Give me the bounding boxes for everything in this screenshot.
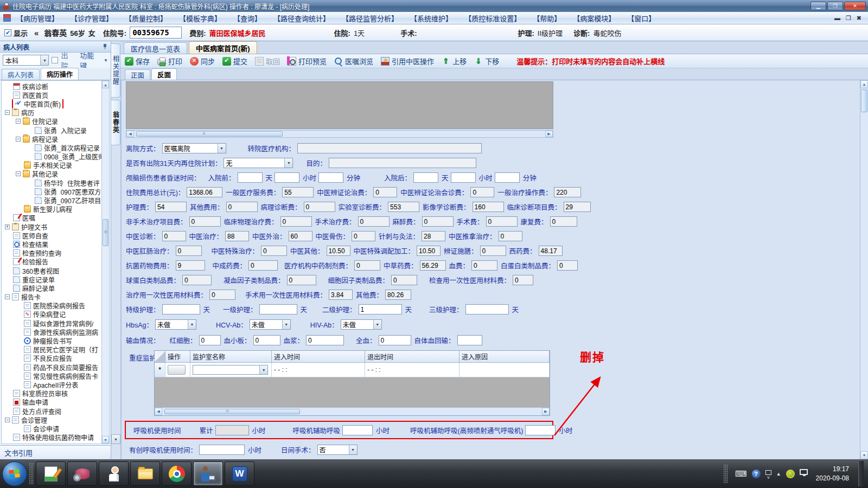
day-surgery-select[interactable]: 否 ▼: [317, 445, 358, 455]
close-button[interactable]: ✕: [844, 2, 866, 10]
menu-item[interactable]: 【窗口】: [627, 13, 655, 23]
field-input[interactable]: [457, 335, 482, 345]
network-icon[interactable]: [800, 468, 808, 477]
menu-item[interactable]: 【路径监管分析】: [342, 13, 398, 23]
tree-item[interactable]: 中医首页(新): [2, 99, 101, 108]
scroll-left-icon[interactable]: ◀: [126, 131, 134, 137]
field-input[interactable]: 0: [557, 260, 578, 271]
field-input[interactable]: 0: [470, 187, 494, 197]
field-input[interactable]: 0: [513, 275, 533, 285]
field-input[interactable]: 0: [287, 275, 316, 285]
tree-item[interactable]: 新生婴儿病程: [2, 205, 101, 214]
field-input[interactable]: [297, 143, 482, 153]
mdi-close-button[interactable]: ✖: [857, 15, 861, 22]
field-input[interactable]: 220: [554, 187, 581, 197]
scrollbar-thumb[interactable]: [164, 409, 300, 414]
toolbar-button-orders-browse[interactable]: 医嘱浏览: [334, 56, 373, 66]
toolbar-button-save[interactable]: 保存: [125, 56, 150, 66]
field-input[interactable]: [318, 172, 343, 183]
tree-item[interactable]: 输血申请: [2, 398, 101, 407]
keyboard-icon[interactable]: ⌨: [735, 469, 747, 479]
expand-box-icon[interactable]: +: [5, 224, 10, 229]
tree-item[interactable]: 张勇_0907医患双方: [2, 187, 101, 196]
tree-item[interactable]: 处方点评查阅: [2, 407, 101, 415]
field-input[interactable]: 0: [199, 335, 221, 345]
show-hidden-icons[interactable]: ▲: [776, 471, 781, 477]
chevron-down-icon[interactable]: ▼: [349, 445, 357, 454]
icu-name-select[interactable]: ▼: [193, 365, 268, 375]
page-tab[interactable]: 反面: [151, 68, 177, 80]
collapse-panel-icon[interactable]: «: [34, 28, 39, 37]
related-reminder-vtab[interactable]: 相关提醒: [111, 43, 120, 98]
taskbar-button-doctor-station-app[interactable]: [193, 461, 223, 486]
menu-item[interactable]: 【质控标准设置】: [464, 13, 521, 23]
tray-clock[interactable]: 19:17 2020-09-08: [816, 465, 849, 482]
field-input[interactable]: 0: [306, 335, 344, 345]
tree-item[interactable]: 医嘱: [2, 214, 101, 222]
toolbar-button-print-preview[interactable]: 打印预览: [288, 56, 327, 66]
tree-item[interactable]: −住院记录: [2, 117, 101, 126]
upper-hscrollbar[interactable]: ◀ ▶: [126, 130, 553, 138]
chevron-down-icon[interactable]: ▼: [218, 144, 226, 153]
field-input[interactable]: 0: [499, 231, 522, 241]
field-input[interactable]: [259, 304, 297, 314]
tree-item[interactable]: 检验报告: [2, 258, 101, 266]
collapse-box-icon[interactable]: −: [5, 418, 10, 422]
content-vscrollbar[interactable]: ▲ ▼: [860, 80, 868, 459]
icu-op-button[interactable]: [168, 365, 186, 375]
chevron-down-icon[interactable]: ▼: [373, 320, 381, 329]
tree-item[interactable]: 0908_张勇_上级医师: [2, 152, 101, 161]
help-icon[interactable]: ?: [752, 470, 761, 478]
mdi-minimize-button[interactable]: ▬: [834, 15, 840, 22]
tree-item[interactable]: 科室质控员审核: [2, 389, 101, 398]
sidebar-tab[interactable]: 病人列表: [2, 69, 40, 80]
tree-item[interactable]: 会诊申请: [2, 424, 101, 433]
field-input[interactable]: 0: [391, 275, 417, 285]
tree-item[interactable]: −病程记录: [2, 134, 101, 143]
mdi-restore-button[interactable]: ❐: [846, 15, 851, 22]
tree-item[interactable]: 疑似食源性异常病例/: [2, 319, 101, 328]
field-select[interactable]: 无▼: [224, 158, 293, 168]
field-input[interactable]: 0: [209, 290, 235, 300]
field-input[interactable]: 0: [162, 231, 186, 241]
menu-item[interactable]: 【病案模块】: [573, 13, 615, 23]
tree-item[interactable]: +护理文书: [2, 222, 101, 231]
field-input[interactable]: 29: [564, 202, 591, 212]
discharge-checkbox[interactable]: [52, 57, 58, 63]
field-input[interactable]: 160: [473, 202, 504, 212]
field-input[interactable]: 0: [486, 216, 518, 227]
tree-item[interactable]: 手术相关记录: [2, 161, 101, 170]
show-checkbox[interactable]: ✔: [4, 29, 11, 36]
field-input[interactable]: [451, 172, 476, 183]
main-tab[interactable]: 中医病案首页(新): [189, 41, 257, 54]
menu-item[interactable]: 【诊疗管理】: [71, 13, 113, 23]
field-input[interactable]: 0: [176, 246, 202, 256]
field-select[interactable]: 医嘱离院▼: [162, 143, 226, 153]
tree-item[interactable]: 不良反应报告: [2, 354, 101, 363]
taskbar-button-file-explorer[interactable]: [130, 461, 160, 486]
scroll-right-icon[interactable]: ▶: [545, 131, 553, 137]
tree-item[interactable]: 医师自查: [2, 231, 101, 240]
department-select[interactable]: 本科 ▼: [3, 55, 49, 66]
field-input[interactable]: 0: [471, 260, 497, 271]
field-input[interactable]: 0: [226, 202, 258, 212]
field-input[interactable]: [413, 172, 438, 183]
tree-item[interactable]: 肿瘤报告书写: [2, 336, 101, 345]
menu-item[interactable]: 【路径查询统计】: [273, 13, 330, 23]
scroll-up-icon[interactable]: ▲: [102, 81, 109, 88]
restore-button[interactable]: ❐: [827, 2, 843, 10]
field-input[interactable]: 553: [388, 202, 419, 212]
admission-no-field[interactable]: 00359675: [130, 27, 182, 38]
taskbar-button-emr-notes-app[interactable]: [36, 461, 66, 486]
chevron-down-icon[interactable]: ▼: [40, 55, 48, 65]
field-input[interactable]: [329, 158, 476, 168]
scrollbar-thumb[interactable]: [861, 89, 867, 112]
window-restore-icon[interactable]: [765, 470, 771, 475]
menu-item[interactable]: 【质量控制】: [125, 13, 167, 23]
scroll-down-icon[interactable]: ▼: [860, 451, 868, 459]
toolbar-button-move-up[interactable]: 上移: [442, 56, 467, 66]
taskbar-button-word-app[interactable]: W: [225, 461, 254, 486]
field-input[interactable]: [465, 304, 509, 314]
chevron-down-icon[interactable]: ▼: [104, 58, 108, 63]
main-tab[interactable]: 医疗信息一览表: [124, 42, 187, 54]
